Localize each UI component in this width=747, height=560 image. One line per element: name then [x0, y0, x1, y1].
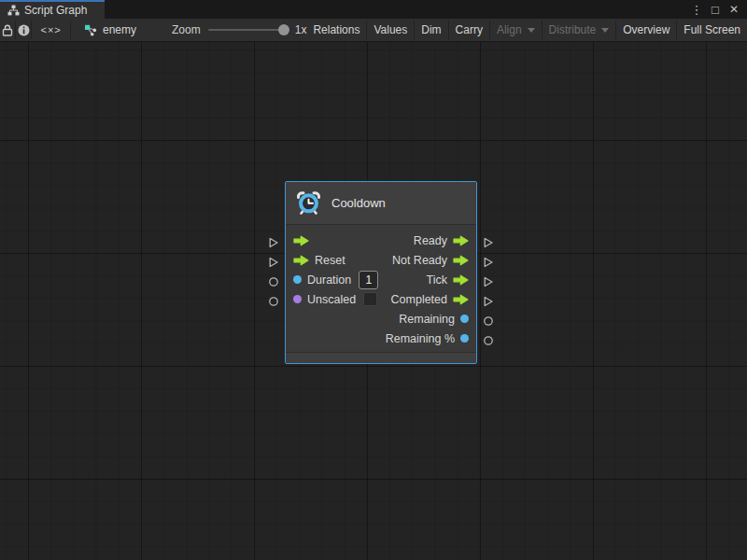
chevron-down-icon — [601, 28, 609, 33]
port-label: Tick — [427, 273, 447, 287]
full-screen-button[interactable]: Full Screen — [677, 19, 747, 41]
port-label: Unscaled — [307, 293, 356, 306]
zoom-label: Zoom — [172, 23, 201, 36]
green-arrow-icon[interactable] — [293, 235, 309, 246]
port-label: Completed — [391, 293, 447, 306]
value-output-port[interactable] — [483, 333, 494, 344]
blue-dot-icon[interactable] — [460, 334, 469, 343]
overview-button[interactable]: Overview — [616, 19, 676, 41]
info-icon — [18, 24, 30, 36]
flow-output-port[interactable] — [483, 255, 494, 266]
breadcrumb-label: enemy — [103, 23, 136, 36]
output-port-row: Ready — [386, 231, 469, 250]
close-icon[interactable]: ✕ — [726, 2, 741, 17]
purple-dot-icon[interactable] — [293, 295, 302, 303]
green-arrow-icon[interactable] — [453, 235, 469, 246]
dim-button[interactable]: Dim — [415, 19, 447, 41]
graph-icon — [84, 24, 97, 36]
zoom-control: Zoom 1x — [172, 19, 306, 41]
port-label: Reset — [315, 254, 345, 267]
output-port-row: Completed — [386, 289, 469, 309]
port-label: Not Ready — [392, 254, 447, 267]
tab-script-graph[interactable]: Script Graph — [0, 0, 105, 19]
value-input-port[interactable] — [268, 294, 279, 305]
alarm-clock-icon — [296, 190, 321, 216]
input-port-row — [293, 231, 378, 250]
info-button[interactable] — [16, 19, 31, 41]
kebab-menu-icon[interactable]: ⋮ — [689, 2, 704, 17]
distribute-button-label: Distribute — [549, 23, 597, 36]
port-label: Remaining — [399, 313, 455, 326]
breadcrumb[interactable]: enemy — [71, 19, 146, 41]
distribute-button[interactable]: Distribute — [543, 19, 616, 41]
green-arrow-icon[interactable] — [453, 274, 469, 286]
value-input-port[interactable] — [268, 274, 279, 286]
lock-button[interactable] — [0, 19, 15, 41]
flow-output-port[interactable] — [483, 274, 494, 286]
chevron-down-icon — [528, 28, 535, 33]
green-arrow-icon[interactable] — [293, 255, 309, 266]
input-ports: Reset Duration 1 Unscaled — [293, 231, 378, 348]
toolbar: <×> enemy Zoom 1x Relations Values Dim C… — [0, 19, 747, 42]
lock-icon — [2, 24, 13, 36]
flow-input-port[interactable] — [268, 255, 279, 266]
node-footer — [286, 352, 476, 363]
duration-value-field[interactable]: 1 — [359, 271, 378, 289]
tab-title: Script Graph — [24, 4, 87, 17]
output-port-row: Not Ready — [386, 250, 469, 270]
port-label: Remaining % — [386, 332, 455, 345]
port-label: Duration — [307, 273, 351, 287]
graph-canvas[interactable]: Cooldown Reset Durat — [0, 42, 747, 560]
blue-dot-icon[interactable] — [293, 275, 302, 284]
flow-input-port[interactable] — [268, 235, 279, 246]
input-port-row: Duration 1 — [293, 270, 378, 289]
value-output-port[interactable] — [483, 314, 494, 325]
input-port-row: Reset — [293, 250, 378, 270]
port-label: Ready — [414, 234, 447, 247]
code-preview-button[interactable]: <×> — [32, 19, 70, 41]
green-arrow-icon[interactable] — [453, 255, 469, 266]
values-button[interactable]: Values — [367, 19, 414, 41]
relations-button[interactable]: Relations — [306, 19, 366, 41]
maximize-icon[interactable]: □ — [708, 2, 723, 17]
output-port-row: Remaining — [386, 309, 469, 329]
node-title: Cooldown — [331, 196, 386, 210]
align-button-label: Align — [497, 23, 522, 36]
blue-dot-icon[interactable] — [460, 315, 469, 323]
window-controls: ⋮ □ ✕ — [689, 0, 747, 19]
titlebar: Script Graph ⋮ □ ✕ — [0, 0, 747, 19]
output-port-row: Tick — [386, 270, 469, 289]
flow-output-port[interactable] — [483, 235, 494, 246]
node-body: Reset Duration 1 Unscaled Ready — [286, 225, 476, 348]
zoom-value: 1x — [295, 23, 307, 36]
align-button[interactable]: Align — [490, 19, 542, 41]
graph-hierarchy-icon — [7, 5, 20, 16]
toolbar-right-buttons: Relations Values Dim Carry Align Distrib… — [306, 19, 747, 41]
output-port-row: Remaining % — [386, 329, 469, 348]
node-header[interactable]: Cooldown — [286, 182, 476, 225]
green-arrow-icon[interactable] — [453, 294, 469, 305]
cooldown-node[interactable]: Cooldown Reset Durat — [285, 181, 477, 364]
zoom-slider-handle[interactable] — [278, 24, 289, 35]
input-port-row: Unscaled — [293, 289, 378, 309]
output-ports: Ready Not Ready Tick — [386, 231, 469, 348]
unscaled-checkbox[interactable] — [363, 292, 377, 306]
zoom-slider[interactable] — [208, 29, 288, 31]
carry-button[interactable]: Carry — [449, 19, 489, 41]
flow-output-port[interactable] — [483, 294, 494, 305]
